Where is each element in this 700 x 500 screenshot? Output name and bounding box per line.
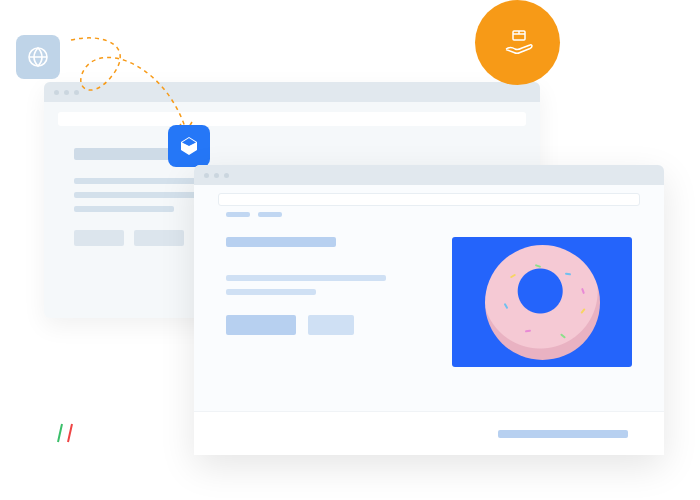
- placeholder-cta-primary: [226, 315, 296, 335]
- cta-row: [226, 315, 422, 335]
- sprinkle: [509, 273, 515, 278]
- placeholder-line: [226, 289, 316, 295]
- globe-badge: [16, 35, 60, 79]
- logo-badge: [168, 125, 210, 167]
- placeholder-button: [134, 230, 184, 246]
- delivery-icon: [500, 25, 536, 61]
- svg-line-2: [58, 424, 62, 442]
- front-footer: [194, 411, 664, 455]
- placeholder-footer-line: [498, 430, 628, 438]
- front-left-column: [226, 237, 422, 367]
- globe-icon: [26, 45, 50, 69]
- crumb: [226, 212, 250, 217]
- crumb: [258, 212, 282, 217]
- sprinkle: [534, 264, 540, 268]
- front-titlebar: [194, 165, 664, 185]
- sprinkle: [581, 287, 585, 293]
- sprinkle: [503, 302, 508, 308]
- sprinkle: [524, 329, 530, 332]
- placeholder-line: [226, 275, 386, 281]
- placeholder-title: [226, 237, 336, 247]
- window-dot: [224, 173, 229, 178]
- breadcrumbs: [226, 212, 632, 217]
- sprinkle: [560, 333, 566, 338]
- delivery-badge: [475, 0, 560, 85]
- window-dot: [204, 173, 209, 178]
- hero-image-frame: [452, 237, 632, 367]
- accent-marks: [56, 420, 86, 450]
- placeholder-line: [74, 206, 174, 212]
- front-browser-window: [194, 165, 664, 455]
- placeholder-cta-secondary: [308, 315, 354, 335]
- sprinkle: [580, 308, 585, 314]
- svg-line-3: [68, 424, 72, 442]
- donut-image: [485, 245, 600, 360]
- placeholder-button: [74, 230, 124, 246]
- front-address-bar: [218, 193, 640, 206]
- front-body: [194, 229, 664, 367]
- logo-icon: [177, 134, 201, 158]
- sprinkle: [564, 272, 570, 275]
- window-dot: [214, 173, 219, 178]
